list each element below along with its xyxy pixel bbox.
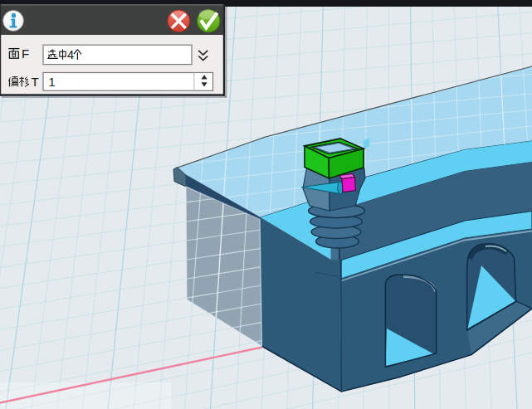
svg-text:4: 4	[67, 48, 74, 61]
svg-text:1: 1	[49, 75, 56, 89]
svg-text:T: T	[32, 75, 39, 89]
svg-text:F: F	[22, 46, 29, 61]
